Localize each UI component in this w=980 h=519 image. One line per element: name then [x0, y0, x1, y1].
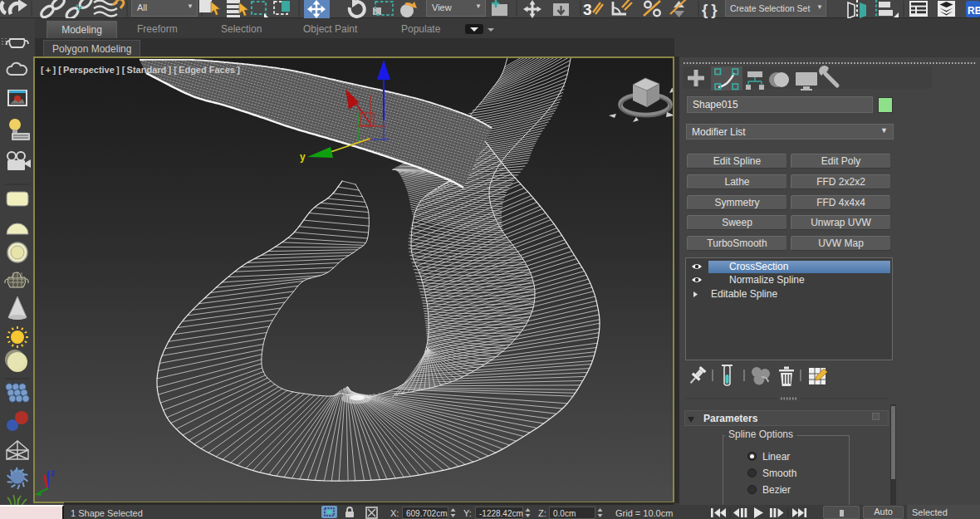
svg-text:3: 3 [583, 1, 592, 18]
svg-text:z: z [51, 468, 56, 477]
svg-text:y: y [300, 151, 306, 163]
svg-text:RB: RB [968, 5, 980, 17]
svg-text:{ }: { } [702, 1, 718, 18]
